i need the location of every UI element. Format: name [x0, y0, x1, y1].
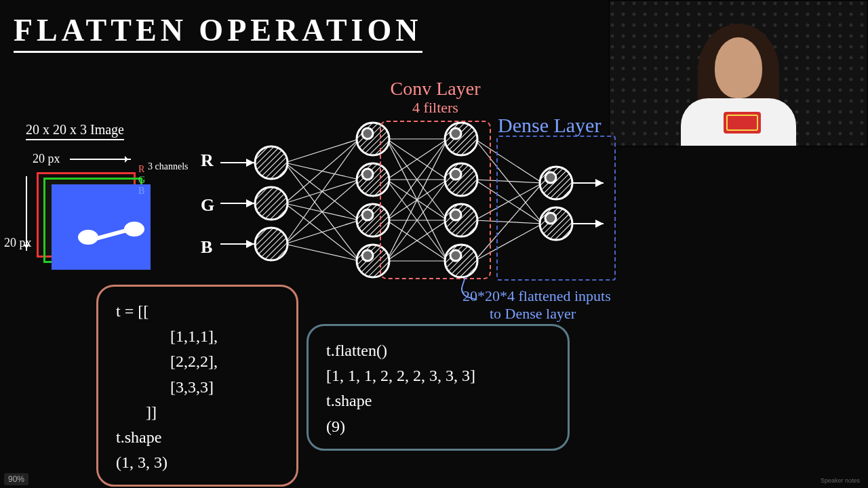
code-line: (1, 3, 3)	[116, 450, 279, 475]
presenter-webcam	[609, 0, 868, 146]
flatten-line1: 20*20*4 flattened inputs	[462, 287, 611, 304]
rgb-letter-b: B	[138, 186, 145, 197]
code-line: t.shape	[326, 388, 550, 413]
svg-line-15	[285, 220, 359, 244]
flatten-annotation: 20*20*4 flattened inputs to Dense layer	[462, 287, 666, 323]
presenter-figure	[671, 17, 806, 146]
svg-point-45	[255, 228, 288, 260]
code-line: t.shape	[116, 425, 279, 450]
conv-layer-label: Conv Layer 4 filters	[368, 79, 503, 116]
conv-layer-box	[380, 121, 491, 279]
conv-title: Conv Layer	[391, 78, 481, 99]
speaker-notes-button[interactable]: Speaker notes	[821, 477, 860, 484]
conv-subtitle: 4 filters	[368, 100, 503, 116]
svg-line-13	[285, 139, 359, 244]
code-line: t = [[	[116, 299, 279, 324]
svg-point-51	[362, 209, 373, 220]
channels-label: 3 channels	[148, 161, 188, 172]
flatten-line2: to Dense layer	[462, 305, 666, 323]
code-panel-flatten: t.flatten() [1, 1, 1, 2, 2, 2, 3, 3, 3] …	[307, 324, 570, 451]
code-line: (9)	[326, 414, 550, 439]
svg-point-47	[362, 128, 373, 139]
dense-layer-box	[496, 136, 616, 281]
image-caption: 20 x 20 x 3 Image	[26, 122, 124, 140]
rgb-planes-icon	[37, 172, 145, 260]
presenter-face	[715, 37, 762, 98]
height-label: 20 px	[4, 236, 32, 250]
arrow-right-icon	[70, 159, 131, 160]
rgb-letters: R G B	[138, 164, 145, 197]
page-title: FLATTEN OPERATION	[14, 12, 422, 53]
svg-point-53	[362, 250, 373, 261]
plane-b	[52, 184, 151, 270]
svg-point-43	[255, 146, 288, 179]
svg-point-44	[255, 187, 288, 220]
code-panel-tensor: t = [[ [1,1,1], [2,2,2], [3,3,3] ]] t.sh…	[96, 285, 298, 487]
input-image-block: 20 x 20 x 3 Image 20 px 3 channels R G B…	[5, 122, 189, 140]
code-line: [1, 1, 1, 2, 2, 2, 3, 3, 3]	[326, 363, 550, 388]
width-dimension: 20 px	[33, 152, 131, 166]
svg-point-49	[362, 169, 373, 180]
rgb-letter-g: G	[138, 175, 145, 186]
rgb-letter-r: R	[138, 164, 145, 175]
dense-layer-label: Dense Layer	[498, 114, 601, 137]
shirt-logo-icon	[724, 112, 761, 134]
code-line: [1,1,1],	[116, 324, 279, 349]
code-line: [3,3,3]	[116, 375, 279, 400]
svg-line-5	[285, 139, 359, 163]
code-line: ]]	[116, 400, 279, 425]
code-line: t.flatten()	[326, 338, 550, 363]
dumbbell-icon	[81, 224, 142, 245]
width-label: 20 px	[33, 152, 60, 165]
code-line: [2,2,2],	[116, 349, 279, 374]
zoom-indicator[interactable]: 90%	[4, 473, 28, 485]
